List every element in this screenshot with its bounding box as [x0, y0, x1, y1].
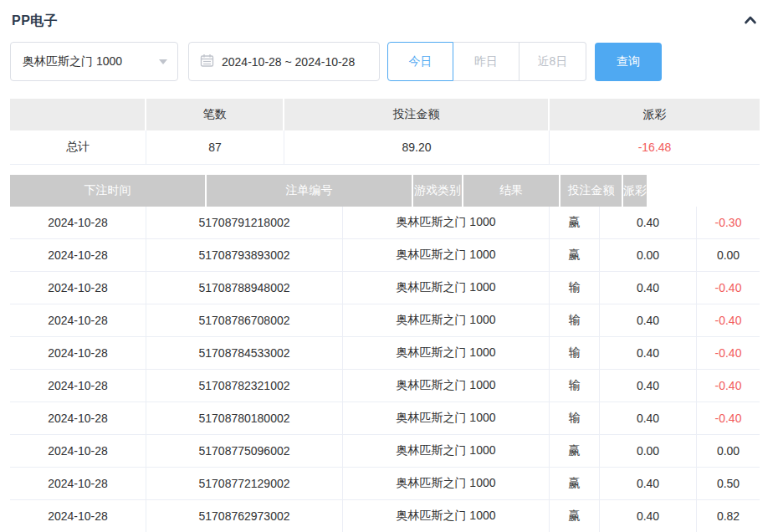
cell-bet-time: 2024-10-28 — [10, 272, 146, 304]
cell-payout: -0.30 — [697, 207, 760, 238]
quick-date-button-group: 今日 昨日 近8日 — [387, 42, 586, 81]
records-table-header: 下注时间 注单编号 游戏类别 结果 投注金额 派彩 — [10, 175, 760, 207]
cell-bet-number: 51708791218002 — [146, 207, 343, 238]
table-row: 2024-10-28 51708782321002 奥林匹斯之门 1000 输 … — [10, 370, 760, 402]
filter-toolbar: 奥林匹斯之门 1000 2024-10-28 ~ 2024-10-28 今日 昨… — [10, 42, 760, 81]
cell-result: 输 — [550, 402, 600, 434]
last-8-days-button[interactable]: 近8日 — [520, 42, 586, 81]
records-header-cell: 派彩 — [623, 175, 647, 207]
date-range-value: 2024-10-28 ~ 2024-10-28 — [222, 55, 355, 69]
cell-result: 赢 — [550, 468, 600, 499]
summary-table-header: 笔数 投注金额 派彩 — [10, 99, 760, 130]
cell-payout: -0.40 — [697, 337, 760, 369]
cell-payout: -0.40 — [697, 402, 760, 434]
cell-result: 输 — [550, 370, 600, 402]
cell-result: 赢 — [550, 500, 600, 532]
records-header-cell: 结果 — [463, 175, 560, 207]
summary-total-payout: -16.48 — [550, 130, 760, 164]
table-row: 2024-10-28 51708788948002 奥林匹斯之门 1000 输 … — [10, 272, 760, 304]
cell-bet-time: 2024-10-28 — [10, 402, 146, 434]
search-button[interactable]: 查询 — [595, 43, 662, 81]
cell-bet-time: 2024-10-28 — [10, 304, 146, 336]
cell-game-category: 奥林匹斯之门 1000 — [343, 468, 550, 499]
cell-game-category: 奥林匹斯之门 1000 — [343, 337, 550, 369]
cell-bet-amount: 0.40 — [600, 468, 697, 499]
records-header-cell: 投注金额 — [560, 175, 623, 207]
summary-header-blank — [10, 99, 146, 130]
cell-payout: 0.82 — [697, 500, 760, 532]
cell-payout: 0.50 — [697, 468, 760, 499]
summary-total-row: 总计 87 89.20 -16.48 — [10, 130, 760, 165]
table-row: 2024-10-28 51708772129002 奥林匹斯之门 1000 赢 … — [10, 468, 760, 500]
cell-bet-number: 51708793893002 — [146, 239, 343, 271]
table-row: 2024-10-28 51708793893002 奥林匹斯之门 1000 赢 … — [10, 239, 760, 272]
cell-bet-number: 51708788948002 — [146, 272, 343, 304]
records-header-cell: 游戏类别 — [413, 175, 463, 207]
table-row: 2024-10-28 51708791218002 奥林匹斯之门 1000 赢 … — [10, 207, 760, 239]
cell-bet-time: 2024-10-28 — [10, 435, 146, 467]
cell-game-category: 奥林匹斯之门 1000 — [343, 435, 550, 467]
cell-game-category: 奥林匹斯之门 1000 — [343, 304, 550, 336]
cell-result: 输 — [550, 304, 600, 336]
chevron-up-icon — [743, 13, 758, 30]
cell-bet-time: 2024-10-28 — [10, 239, 146, 271]
table-row: 2024-10-28 51708762973002 奥林匹斯之门 1000 赢 … — [10, 500, 760, 532]
summary-total-bet-amount: 89.20 — [284, 130, 550, 164]
cell-bet-number: 51708780180002 — [146, 402, 343, 434]
cell-bet-amount: 0.40 — [600, 370, 697, 402]
cell-bet-number: 51708762973002 — [146, 500, 343, 532]
cell-bet-amount: 0.40 — [600, 337, 697, 369]
cell-bet-amount: 0.40 — [600, 500, 697, 532]
cell-payout: -0.40 — [697, 304, 760, 336]
cell-bet-time: 2024-10-28 — [10, 207, 146, 238]
cell-bet-amount: 0.00 — [600, 435, 697, 467]
game-select[interactable]: 奥林匹斯之门 1000 — [10, 42, 178, 81]
table-row: 2024-10-28 51708775096002 奥林匹斯之门 1000 赢 … — [10, 435, 760, 468]
cell-game-category: 奥林匹斯之门 1000 — [343, 239, 550, 271]
today-button[interactable]: 今日 — [387, 42, 453, 81]
records-header-cell: 注单编号 — [207, 175, 413, 207]
cell-result: 输 — [550, 272, 600, 304]
cell-payout: 0.00 — [697, 239, 760, 271]
date-range-picker[interactable]: 2024-10-28 ~ 2024-10-28 — [188, 42, 380, 81]
cell-payout: -0.40 — [697, 370, 760, 402]
summary-header-count: 笔数 — [146, 99, 284, 130]
cell-bet-amount: 0.40 — [600, 207, 697, 238]
table-row: 2024-10-28 51708780180002 奥林匹斯之门 1000 输 … — [10, 402, 760, 435]
summary-header-bet-amount: 投注金额 — [284, 99, 550, 130]
cell-bet-time: 2024-10-28 — [10, 337, 146, 369]
yesterday-button[interactable]: 昨日 — [453, 42, 520, 81]
collapse-panel-button[interactable] — [743, 13, 758, 28]
records-table-body: 2024-10-28 51708791218002 奥林匹斯之门 1000 赢 … — [10, 207, 760, 532]
cell-bet-amount: 0.00 — [600, 239, 697, 271]
caret-down-icon — [159, 59, 167, 64]
table-row: 2024-10-28 51708786708002 奥林匹斯之门 1000 输 … — [10, 304, 760, 337]
cell-bet-number: 51708782321002 — [146, 370, 343, 402]
cell-bet-amount: 0.40 — [600, 272, 697, 304]
cell-bet-number: 51708772129002 — [146, 468, 343, 499]
cell-game-category: 奥林匹斯之门 1000 — [343, 207, 550, 238]
pp-games-panel: PP电子 奥林匹斯之门 1000 2024-10 — [0, 0, 778, 532]
table-row: 2024-10-28 51708784533002 奥林匹斯之门 1000 输 … — [10, 337, 760, 370]
cell-bet-time: 2024-10-28 — [10, 370, 146, 402]
summary-total-label: 总计 — [10, 130, 146, 164]
summary-total-count: 87 — [146, 130, 284, 164]
cell-result: 赢 — [550, 239, 600, 271]
cell-bet-number: 51708784533002 — [146, 337, 343, 369]
cell-bet-time: 2024-10-28 — [10, 468, 146, 499]
panel-header: PP电子 — [10, 0, 760, 30]
cell-game-category: 奥林匹斯之门 1000 — [343, 272, 550, 304]
summary-header-payout: 派彩 — [550, 99, 760, 130]
game-select-value: 奥林匹斯之门 1000 — [23, 54, 122, 69]
cell-result: 赢 — [550, 207, 600, 238]
calendar-icon — [200, 54, 214, 70]
cell-result: 赢 — [550, 435, 600, 467]
cell-bet-amount: 0.40 — [600, 304, 697, 336]
cell-game-category: 奥林匹斯之门 1000 — [343, 402, 550, 434]
records-header-cell: 下注时间 — [10, 175, 207, 207]
cell-bet-time: 2024-10-28 — [10, 500, 146, 532]
cell-bet-amount: 0.40 — [600, 402, 697, 434]
bet-records-table: 下注时间 注单编号 游戏类别 结果 投注金额 派彩 2024-10-28 517… — [10, 175, 760, 532]
cell-bet-number: 51708786708002 — [146, 304, 343, 336]
summary-table: 笔数 投注金额 派彩 总计 87 89.20 -16.48 — [10, 99, 760, 165]
